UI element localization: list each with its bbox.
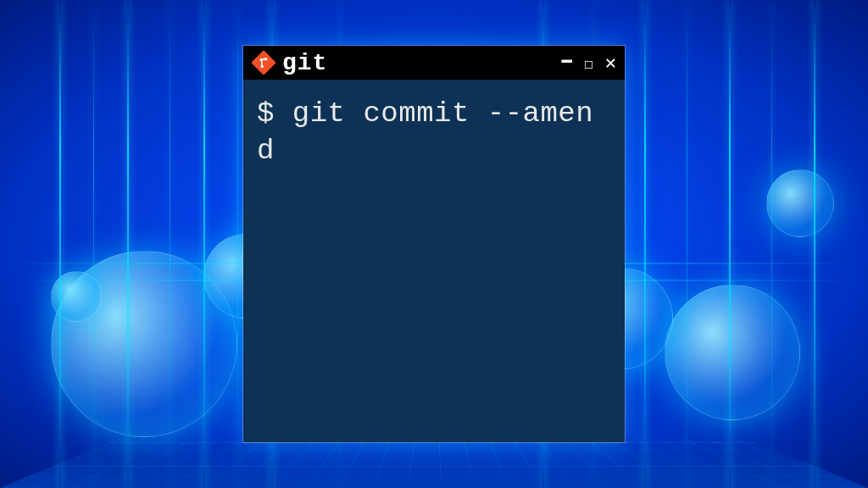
titlebar[interactable]: git ━ ☐ ✕ (243, 46, 625, 80)
terminal-window: git ━ ☐ ✕ $ git commit --amend (242, 45, 626, 443)
prompt-symbol: $ (257, 97, 292, 130)
app-title: git (282, 50, 327, 76)
terminal-command: git commit --amend (257, 97, 593, 167)
svg-rect-0 (252, 51, 275, 75)
terminal-body[interactable]: $ git commit --amend (243, 80, 625, 442)
close-button[interactable]: ✕ (605, 53, 616, 72)
git-icon (252, 51, 275, 75)
maximize-button[interactable]: ☐ (584, 54, 593, 72)
minimize-button[interactable]: ━ (562, 51, 572, 75)
